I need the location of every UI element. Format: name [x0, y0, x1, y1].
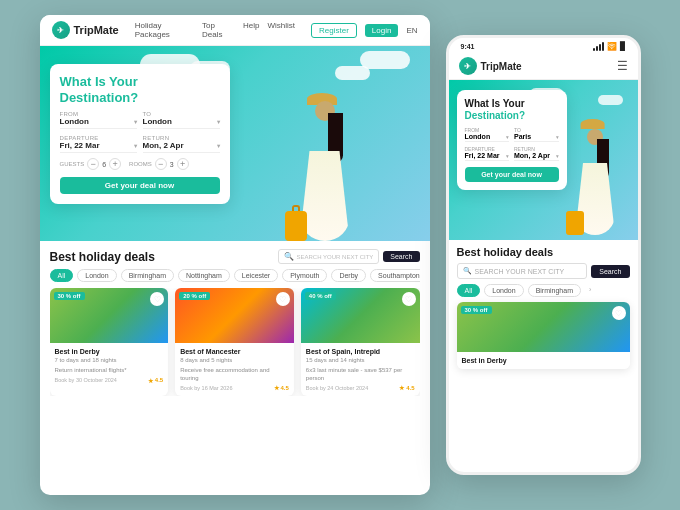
nav-deals[interactable]: Top Deals [202, 21, 235, 39]
woman-illustration [290, 101, 360, 241]
mobile-deal-info: Best in Derby [457, 352, 630, 369]
mobile-cta-button[interactable]: Get your deal now [465, 167, 559, 182]
deal-heart-derby[interactable]: ♡ [150, 292, 164, 306]
rooms-increment[interactable]: + [177, 158, 189, 170]
mobile-status-bar: 9:41 🛜 ▊ [449, 38, 638, 53]
mobile-filter-more: › [585, 284, 595, 297]
deal-rating-manchester: ★ 4.5 [274, 384, 289, 391]
hamburger-icon[interactable]: ☰ [617, 59, 628, 73]
deal-desc1-manchester: 8 days and 5 nights [180, 357, 289, 365]
filter-leicester[interactable]: Leicester [234, 269, 278, 282]
deals-header: Best holiday deals 🔍 SEARCH YOUR NEXT CI… [50, 249, 420, 264]
mobile-search-row: 🔍 SEARCH YOUR NEXT CITY Search [457, 263, 630, 279]
mobile-deals-header: Best holiday deals [457, 246, 630, 258]
star-icon: ★ [148, 377, 153, 384]
deal-rating-spain: ★ 4.5 [399, 384, 414, 391]
mobile-hero: What Is Your Destination? FROM London▾ T… [449, 80, 638, 240]
mobile-search-button[interactable]: Search [591, 265, 629, 278]
mobile-deal-heart[interactable]: ♡ [612, 306, 626, 320]
mobile-dates: DEPARTURE Fri, 22 Mar▾ RETURN Mon, 2 Apr… [465, 146, 559, 161]
get-deal-button[interactable]: Get your deal now [60, 177, 220, 194]
to-field: TO London ▾ [143, 111, 220, 129]
register-button[interactable]: Register [311, 23, 357, 38]
mobile-logo: ✈ TripMate [459, 57, 617, 75]
from-to-row: FROM London ▾ TO London ▾ [60, 111, 220, 129]
wifi-icon: 🛜 [607, 42, 617, 51]
deal-heart-manchester[interactable]: ♡ [276, 292, 290, 306]
guests-control: GUESTS − 6 + [60, 158, 122, 170]
deal-image-derby: 30 % off ♡ [50, 288, 169, 343]
deal-badge-manchester: 20 % off [179, 292, 210, 300]
deal-desc2-manchester: Receive free accommodation and touring [180, 367, 289, 383]
deals-title: Best holiday deals [50, 250, 155, 264]
deal-info-manchester: Best of Mancester 8 days and 5 nights Re… [175, 343, 294, 396]
return-field: RETURN Mon, 2 Apr ▾ [143, 135, 220, 153]
language-selector[interactable]: EN [406, 26, 417, 35]
star-icon: ★ [274, 384, 279, 391]
mobile-filter-birmingham[interactable]: Birmingham [528, 284, 581, 297]
mobile-search-card: What Is Your Destination? FROM London▾ T… [457, 90, 567, 190]
desktop-logo: ✈ TripMate [52, 21, 119, 39]
deal-image-manchester: 20 % off ♡ [175, 288, 294, 343]
filter-all[interactable]: All [50, 269, 74, 282]
date-row: DEPARTURE Fri, 22 Mar ▾ RETURN Mon, 2 Ap… [60, 135, 220, 153]
nav-help[interactable]: Help [243, 21, 259, 39]
mobile-luggage [566, 211, 584, 235]
deal-info-derby: Best in Derby 7 to days and 18 nights Re… [50, 343, 169, 389]
mobile-from-to: FROM London▾ TO Paris▾ [465, 127, 559, 142]
deal-card-derby[interactable]: 30 % off ♡ Best in Derby 7 to days and 1… [50, 288, 169, 396]
deals-search-button[interactable]: Search [383, 251, 419, 262]
filter-derby[interactable]: Derby [331, 269, 366, 282]
mobile-deals-section: Best holiday deals 🔍 SEARCH YOUR NEXT CI… [449, 240, 638, 472]
guests-decrement[interactable]: − [87, 158, 99, 170]
deal-book-spain: Book by 24 October 2024 [306, 385, 368, 391]
from-field: FROM London ▾ [60, 111, 137, 129]
deal-desc2-spain: 6x3 last minute sale - save $537 per per… [306, 367, 415, 383]
mobile-departure-field: DEPARTURE Fri, 22 Mar▾ [465, 146, 510, 161]
filter-london[interactable]: London [77, 269, 116, 282]
signal-icon [593, 42, 604, 51]
nav-holiday[interactable]: Holiday Packages [135, 21, 194, 39]
deal-book-manchester: Book by 16 Mar 2026 [180, 385, 232, 391]
deal-name-spain: Best of Spain, Intrepid [306, 348, 415, 355]
deal-card-manchester[interactable]: 20 % off ♡ Best of Mancester 8 days and … [175, 288, 294, 396]
deal-footer-manchester: Book by 16 Mar 2026 ★ 4.5 [180, 384, 289, 391]
desktop-nav: ✈ TripMate Holiday Packages Top Deals He… [40, 15, 430, 46]
mobile-woman-illustration [568, 125, 623, 235]
search-icon: 🔍 [284, 252, 294, 261]
mobile-return-field: RETURN Mon, 2 Apr▾ [514, 146, 559, 161]
mobile-filter-london[interactable]: London [484, 284, 523, 297]
deal-name-derby: Best in Derby [55, 348, 164, 355]
mobile-deal-badge: 30 % off [461, 306, 492, 314]
mobile-hat [581, 119, 605, 129]
deal-footer-derby: Book by 30 October 2024 ★ 4.5 [55, 377, 164, 384]
deal-desc2-derby: Return international flights* [55, 367, 164, 375]
filter-tags: All London Birmingham Nottingham Leicest… [50, 269, 420, 282]
guests-row: GUESTS − 6 + ROOMS − 3 + [60, 158, 220, 170]
guests-increment[interactable]: + [109, 158, 121, 170]
mobile-search-icon: 🔍 [463, 267, 472, 275]
mobile-filter-tags: All London Birmingham › [457, 284, 630, 297]
departure-field: DEPARTURE Fri, 22 Mar ▾ [60, 135, 137, 153]
nav-wishlist[interactable]: Wishlist [267, 21, 295, 39]
desktop-hero: What Is Your Destination? FROM London ▾ … [40, 46, 430, 241]
deals-search-input[interactable]: 🔍 SEARCH YOUR NEXT CITY [278, 249, 380, 264]
mobile-filter-all[interactable]: All [457, 284, 481, 297]
deal-card-spain[interactable]: 40 % off ♡ Best of Spain, Intrepid 15 da… [301, 288, 420, 396]
mobile-deal-image: 30 % off ♡ [457, 302, 630, 352]
mobile-deal-card[interactable]: 30 % off ♡ Best in Derby [457, 302, 630, 369]
filter-plymouth[interactable]: Plymouth [282, 269, 327, 282]
mobile-nav: ✈ TripMate ☰ [449, 53, 638, 80]
login-button[interactable]: Login [365, 24, 399, 37]
deal-heart-spain[interactable]: ♡ [402, 292, 416, 306]
mobile-search-input[interactable]: 🔍 SEARCH YOUR NEXT CITY [457, 263, 588, 279]
filter-birmingham[interactable]: Birmingham [121, 269, 174, 282]
deal-name-manchester: Best of Mancester [180, 348, 289, 355]
filter-nottingham[interactable]: Nottingham [178, 269, 230, 282]
rooms-decrement[interactable]: − [155, 158, 167, 170]
deal-cards: 30 % off ♡ Best in Derby 7 to days and 1… [50, 288, 420, 396]
deal-desc1-spain: 15 days and 14 nights [306, 357, 415, 365]
hero-title: What Is Your Destination? [60, 74, 220, 105]
filter-southampton[interactable]: Southampton [370, 269, 419, 282]
deal-desc1-derby: 7 to days and 18 nights [55, 357, 164, 365]
